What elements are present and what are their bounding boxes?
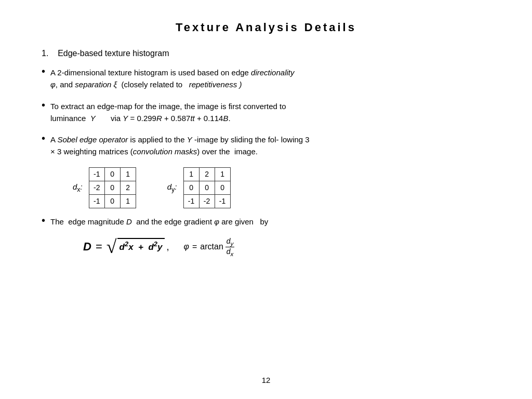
page-number: 12: [42, 376, 490, 384]
matrix-cell: -2: [89, 181, 104, 194]
section-title: Edge-based texture histogram: [58, 49, 169, 58]
bullets-list: • A 2-dimensional texture histogram is u…: [42, 66, 490, 158]
italic-convolution: convolution masks: [133, 147, 197, 156]
matrix-cell: -1: [215, 194, 230, 208]
matrix-cell: 0: [215, 181, 230, 194]
bullet-content: A 2-dimensional texture histogram is use…: [50, 66, 490, 91]
matrix-cell: 0: [199, 181, 215, 194]
formula-D: D = √ d2x + d2y ,: [83, 237, 169, 256]
bullet-content: The edge magnitude D and the edge gradie…: [50, 216, 490, 228]
matrix-dx-label: dx:: [73, 182, 83, 193]
italic-sobel: Sobel edge operator: [57, 135, 128, 144]
matrix-cell: 1: [183, 167, 199, 181]
matrix-cell: 0: [104, 167, 120, 181]
italic-separation: separation ξ: [75, 80, 117, 89]
fraction-denominator: dx: [225, 247, 235, 257]
matrix-cell: 2: [120, 181, 136, 194]
italic-directionality: directionality: [251, 68, 294, 77]
matrix-cell: 0: [183, 181, 199, 194]
matrix-cell: 0: [104, 181, 120, 194]
italic-phi: φ: [50, 80, 56, 89]
italic-repetitiveness: repetitiveness ): [189, 80, 242, 89]
matrix-cell: -1: [183, 194, 199, 208]
list-item: • The edge magnitude D and the edge grad…: [42, 216, 490, 228]
formula-row: D = √ d2x + d2y , φ = arctan dy dx: [42, 237, 490, 257]
matrix-cell: 0: [104, 194, 120, 208]
section-heading: 1. Edge-based texture histogram: [42, 49, 490, 58]
matrix-dy: 1 2 1 0 0 0 -1 -2 -1: [183, 167, 231, 208]
matrices-row: dx: -1 0 1 -2 0 2 -1 0 1 dy: 1: [42, 167, 490, 208]
matrix-cell: -1: [89, 194, 104, 208]
matrix-cell: 1: [120, 167, 136, 181]
bullet-dot: •: [42, 65, 45, 77]
section-number: 1.: [42, 49, 48, 58]
bullet-dot: •: [42, 132, 45, 144]
page: Texture Analysis Details 1. Edge-based t…: [0, 0, 532, 399]
bullet-dot: •: [42, 99, 45, 111]
matrix-cell: 2: [199, 167, 215, 181]
bullet-content: To extract an edge-map for the image, th…: [50, 100, 490, 125]
page-title: Texture Analysis Details: [42, 21, 490, 34]
fraction-numerator: dy: [225, 237, 235, 247]
matrix-cell: 1: [215, 167, 230, 181]
matrix-cell: -2: [199, 194, 215, 208]
bullets-list-2: • The edge magnitude D and the edge grad…: [42, 216, 490, 228]
matrix-dx: -1 0 1 -2 0 2 -1 0 1: [89, 167, 136, 208]
bullet-dot: •: [42, 215, 45, 227]
bullet-content: A Sobel edge operator is applied to the …: [50, 134, 490, 158]
list-item: • To extract an edge-map for the image, …: [42, 100, 490, 125]
list-item: • A Sobel edge operator is applied to th…: [42, 134, 490, 158]
matrix-dy-label: dy:: [167, 182, 177, 193]
matrix-cell: 1: [120, 194, 136, 208]
formula-phi: φ = arctan dy dx: [184, 237, 235, 257]
list-item: • A 2-dimensional texture histogram is u…: [42, 66, 490, 91]
matrix-cell: -1: [89, 167, 104, 181]
